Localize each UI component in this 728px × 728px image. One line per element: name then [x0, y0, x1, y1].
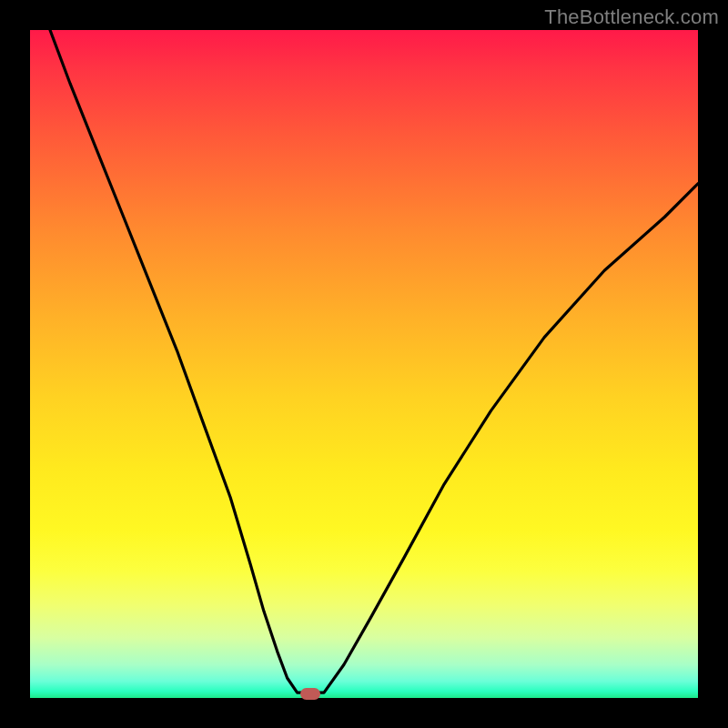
chart-frame: TheBottleneck.com	[0, 0, 728, 728]
optimum-marker	[300, 688, 320, 700]
bottleneck-curve	[30, 30, 698, 698]
plot-area	[30, 30, 698, 698]
curve-path	[50, 30, 698, 693]
watermark-text: TheBottleneck.com	[544, 5, 719, 29]
